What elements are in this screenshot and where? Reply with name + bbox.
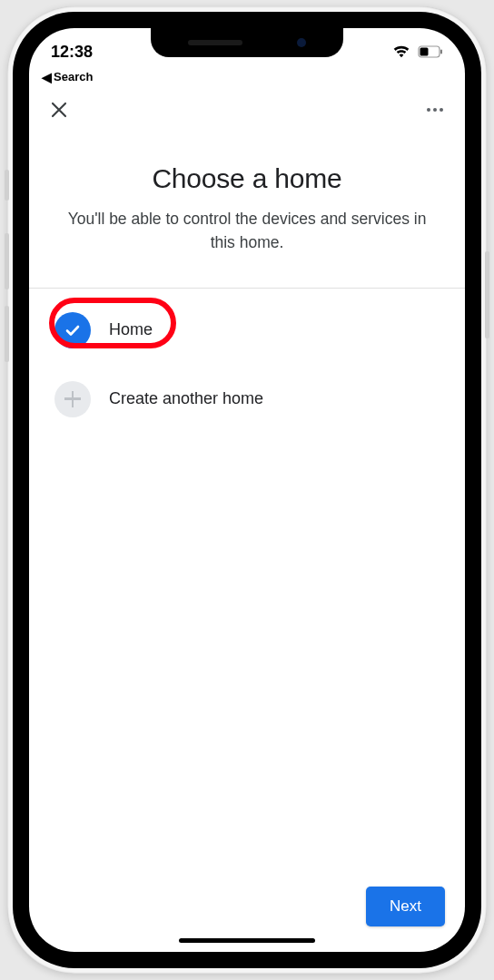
option-row-home[interactable]: Home <box>29 296 465 365</box>
page-subtitle: You'll be able to control the devices an… <box>54 207 440 255</box>
option-label-home: Home <box>109 320 153 339</box>
next-button[interactable]: Next <box>366 887 445 926</box>
svg-rect-2 <box>420 48 429 56</box>
power-button <box>485 251 489 338</box>
battery-icon <box>418 45 443 58</box>
options-list: Home Create another home <box>29 289 465 434</box>
wifi-icon <box>392 45 410 58</box>
back-app-label: Search <box>54 70 93 83</box>
option-row-create[interactable]: Create another home <box>29 365 465 434</box>
side-button <box>5 170 9 201</box>
phone-frame: 12:38 ◀ Search <box>7 6 487 974</box>
screen: 12:38 ◀ Search <box>29 28 465 952</box>
option-label-create: Create another home <box>109 389 263 408</box>
back-to-app[interactable]: ◀ Search <box>29 68 465 87</box>
top-bar <box>29 87 465 127</box>
heading-block: Choose a home You'll be able to control … <box>29 127 465 280</box>
page-title: Choose a home <box>54 163 440 194</box>
volume-down-button <box>5 306 9 362</box>
home-indicator[interactable] <box>179 938 315 943</box>
svg-rect-1 <box>440 50 442 54</box>
status-time: 12:38 <box>51 43 93 62</box>
chevron-left-icon: ◀ <box>42 71 52 83</box>
plus-icon <box>54 381 91 417</box>
check-icon <box>54 312 91 348</box>
volume-up-button <box>5 233 9 289</box>
close-icon[interactable] <box>49 100 69 120</box>
more-icon[interactable] <box>425 103 445 117</box>
notch <box>151 28 343 57</box>
